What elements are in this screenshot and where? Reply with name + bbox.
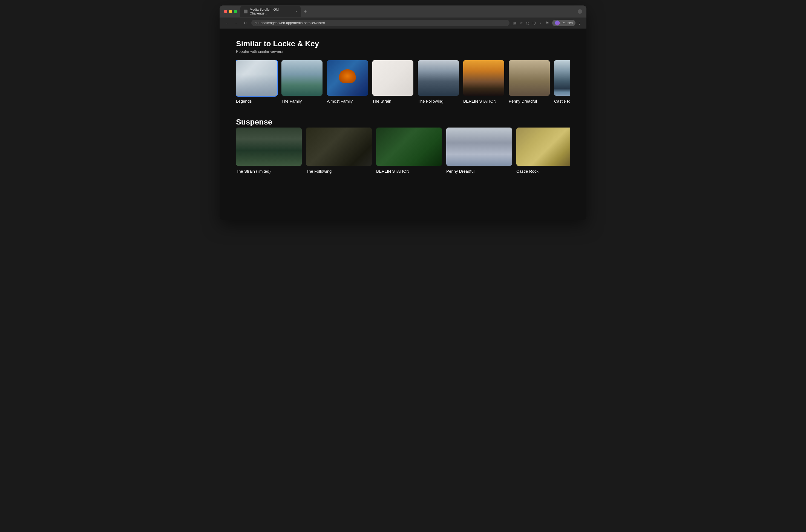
thumb-image-castle-rock-2 [516,128,570,166]
reload-button[interactable]: ↻ [243,21,248,25]
media-label-castle-rock: Castle Rock [554,98,570,104]
media-item-penny-dreadful[interactable]: Penny Dreadful [509,60,550,104]
media-thumb-almost-family[interactable] [327,60,368,96]
media-label-castle-rock-2: Castle Rock [516,169,570,174]
close-button[interactable] [224,10,227,13]
media-label-the-following-2: The Following [306,169,372,174]
media-label-berlin-station-2: BERLIN STATION [376,169,442,174]
media-item-the-family[interactable]: The Family [281,60,322,104]
media-label-berlin-station: BERLIN STATION [463,98,504,104]
thumb-image-the-following-2 [306,128,372,166]
thumb-image-penny-dreadful [509,60,550,96]
media-item-the-following-2[interactable]: The Following [306,128,372,174]
extension-icon-1[interactable]: ◎ [526,21,530,25]
similar-section-subtitle: Popular with similar viewers [236,49,570,54]
media-thumb-the-strain[interactable] [372,60,413,96]
similar-media-row: Legends The Family Almost Family [236,60,570,104]
tab-title: Media Scroller | GUI Challenge... [250,8,293,15]
media-label-penny-dreadful: Penny Dreadful [509,98,550,104]
thumb-image-castle-rock [554,60,570,96]
media-item-the-following[interactable]: The Following [418,60,459,104]
suspense-media-row: The Strain (limited) The Following BERLI… [236,128,570,174]
thumb-image-the-strain [372,60,413,96]
media-label-almost-family: Almost Family [327,98,368,104]
browser-window: Media Scroller | GUI Challenge... ✕ + ← … [220,5,586,220]
tab-bar: Media Scroller | GUI Challenge... ✕ + [240,6,575,17]
url-input[interactable] [251,20,509,26]
media-item-castle-rock[interactable]: Castle Rock [554,60,570,104]
traffic-lights [224,10,237,13]
maximize-button[interactable] [234,10,237,13]
media-label-legends: Legends [236,98,277,104]
suspense-section-title: Suspense [236,118,570,127]
new-tab-button[interactable]: + [302,9,309,15]
extension-icon-4[interactable]: ⚑ [546,21,550,25]
media-label-the-strain: The Strain [372,98,413,104]
thumb-image-legends [236,60,277,96]
media-thumb-the-following[interactable] [418,60,459,96]
thumb-image-strain-limited [236,128,302,166]
title-bar: Media Scroller | GUI Challenge... ✕ + [220,5,586,18]
media-label-strain-limited: The Strain (limited) [236,169,302,174]
media-thumb-berlin-station-2[interactable] [376,128,442,166]
similar-section: Similar to Locke & Key Popular with simi… [236,39,570,104]
media-thumb-berlin-station[interactable] [463,60,504,96]
media-item-penny-dreadful-2[interactable]: Penny Dreadful [446,128,512,174]
media-item-castle-rock-2[interactable]: Castle Rock [516,128,570,174]
tab-favicon [244,10,247,14]
media-thumb-legends[interactable] [236,60,277,96]
similar-section-title: Similar to Locke & Key [236,39,570,48]
media-item-berlin-station[interactable]: BERLIN STATION [463,60,504,104]
thumb-image-the-following [418,60,459,96]
thumb-image-the-family [281,60,322,96]
address-actions: ⊞ ☆ ◎ ⬡ ♪ ⚑ Paused ⋮ [513,20,582,26]
media-thumb-the-family[interactable] [281,60,322,96]
media-item-almost-family[interactable]: Almost Family [327,60,368,104]
media-item-strain-limited[interactable]: The Strain (limited) [236,128,302,174]
media-thumb-castle-rock[interactable] [554,60,570,96]
page-content: Similar to Locke & Key Popular with simi… [220,28,586,220]
back-button[interactable]: ← [224,21,230,25]
paused-label: Paused [562,21,573,25]
forward-button[interactable]: → [233,21,239,25]
address-bar: ← → ↻ ⊞ ☆ ◎ ⬡ ♪ ⚑ Paused ⋮ [220,18,586,28]
extension-icon-3[interactable]: ♪ [539,21,543,25]
media-thumb-strain-limited[interactable] [236,128,302,166]
media-thumb-penny-dreadful[interactable] [509,60,550,96]
media-label-the-following: The Following [418,98,459,104]
extension-icon-2[interactable]: ⬡ [532,21,537,25]
avatar [555,20,560,25]
thumb-image-almost-family [327,60,368,96]
media-label-the-family: The Family [281,98,322,104]
thumb-image-penny-dreadful-2 [446,128,512,166]
suspense-section: Suspense The Strain (limited) The Follow… [236,118,570,174]
media-item-the-strain[interactable]: The Strain [372,60,413,104]
tab-close-button[interactable]: ✕ [295,10,297,13]
more-options-icon[interactable]: ⋮ [578,21,582,25]
translate-icon[interactable]: ⊞ [513,21,517,25]
media-thumb-castle-rock-2[interactable] [516,128,570,166]
thumb-image-berlin-station-2 [376,128,442,166]
browser-icon [578,9,582,14]
media-item-berlin-station-2[interactable]: BERLIN STATION [376,128,442,174]
thumb-image-berlin-station [463,60,504,96]
minimize-button[interactable] [229,10,232,13]
media-thumb-penny-dreadful-2[interactable] [446,128,512,166]
media-label-penny-dreadful-2: Penny Dreadful [446,169,512,174]
media-item-legends[interactable]: Legends [236,60,277,104]
active-tab[interactable]: Media Scroller | GUI Challenge... ✕ [240,6,301,17]
bookmark-icon[interactable]: ☆ [519,21,524,25]
media-thumb-the-following-2[interactable] [306,128,372,166]
profile-badge[interactable]: Paused [552,20,576,26]
